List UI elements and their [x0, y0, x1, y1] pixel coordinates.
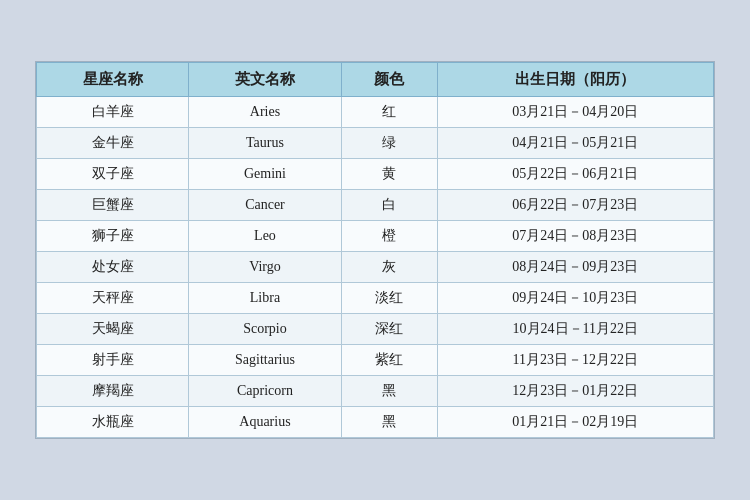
table-row: 天蝎座Scorpio深红10月24日－11月22日: [37, 314, 714, 345]
cell-8-1: Sagittarius: [189, 345, 341, 376]
header-col-0: 星座名称: [37, 63, 189, 97]
cell-0-3: 03月21日－04月20日: [437, 97, 713, 128]
cell-8-2: 紫红: [341, 345, 437, 376]
cell-10-0: 水瓶座: [37, 407, 189, 438]
cell-1-1: Taurus: [189, 128, 341, 159]
header-col-3: 出生日期（阳历）: [437, 63, 713, 97]
cell-7-1: Scorpio: [189, 314, 341, 345]
table-row: 双子座Gemini黄05月22日－06月21日: [37, 159, 714, 190]
cell-7-2: 深红: [341, 314, 437, 345]
cell-6-2: 淡红: [341, 283, 437, 314]
table-header-row: 星座名称英文名称颜色出生日期（阳历）: [37, 63, 714, 97]
table-row: 白羊座Aries红03月21日－04月20日: [37, 97, 714, 128]
table-row: 金牛座Taurus绿04月21日－05月21日: [37, 128, 714, 159]
table-row: 水瓶座Aquarius黑01月21日－02月19日: [37, 407, 714, 438]
cell-3-1: Cancer: [189, 190, 341, 221]
table-row: 天秤座Libra淡红09月24日－10月23日: [37, 283, 714, 314]
table-row: 巨蟹座Cancer白06月22日－07月23日: [37, 190, 714, 221]
cell-10-3: 01月21日－02月19日: [437, 407, 713, 438]
cell-3-0: 巨蟹座: [37, 190, 189, 221]
cell-9-1: Capricorn: [189, 376, 341, 407]
cell-2-3: 05月22日－06月21日: [437, 159, 713, 190]
cell-8-3: 11月23日－12月22日: [437, 345, 713, 376]
cell-10-2: 黑: [341, 407, 437, 438]
cell-8-0: 射手座: [37, 345, 189, 376]
cell-2-2: 黄: [341, 159, 437, 190]
cell-0-0: 白羊座: [37, 97, 189, 128]
cell-4-1: Leo: [189, 221, 341, 252]
cell-0-2: 红: [341, 97, 437, 128]
table-body: 白羊座Aries红03月21日－04月20日金牛座Taurus绿04月21日－0…: [37, 97, 714, 438]
cell-6-1: Libra: [189, 283, 341, 314]
table-row: 狮子座Leo橙07月24日－08月23日: [37, 221, 714, 252]
zodiac-table-container: 星座名称英文名称颜色出生日期（阳历） 白羊座Aries红03月21日－04月20…: [35, 61, 715, 439]
cell-2-1: Gemini: [189, 159, 341, 190]
table-row: 摩羯座Capricorn黑12月23日－01月22日: [37, 376, 714, 407]
cell-1-3: 04月21日－05月21日: [437, 128, 713, 159]
cell-5-1: Virgo: [189, 252, 341, 283]
table-row: 处女座Virgo灰08月24日－09月23日: [37, 252, 714, 283]
cell-4-0: 狮子座: [37, 221, 189, 252]
cell-7-0: 天蝎座: [37, 314, 189, 345]
cell-5-3: 08月24日－09月23日: [437, 252, 713, 283]
header-col-1: 英文名称: [189, 63, 341, 97]
cell-1-0: 金牛座: [37, 128, 189, 159]
zodiac-table: 星座名称英文名称颜色出生日期（阳历） 白羊座Aries红03月21日－04月20…: [36, 62, 714, 438]
cell-3-3: 06月22日－07月23日: [437, 190, 713, 221]
cell-2-0: 双子座: [37, 159, 189, 190]
table-row: 射手座Sagittarius紫红11月23日－12月22日: [37, 345, 714, 376]
cell-5-0: 处女座: [37, 252, 189, 283]
cell-0-1: Aries: [189, 97, 341, 128]
cell-1-2: 绿: [341, 128, 437, 159]
cell-7-3: 10月24日－11月22日: [437, 314, 713, 345]
header-col-2: 颜色: [341, 63, 437, 97]
cell-3-2: 白: [341, 190, 437, 221]
cell-10-1: Aquarius: [189, 407, 341, 438]
cell-9-2: 黑: [341, 376, 437, 407]
cell-4-3: 07月24日－08月23日: [437, 221, 713, 252]
cell-6-0: 天秤座: [37, 283, 189, 314]
cell-6-3: 09月24日－10月23日: [437, 283, 713, 314]
cell-9-0: 摩羯座: [37, 376, 189, 407]
cell-9-3: 12月23日－01月22日: [437, 376, 713, 407]
cell-4-2: 橙: [341, 221, 437, 252]
cell-5-2: 灰: [341, 252, 437, 283]
